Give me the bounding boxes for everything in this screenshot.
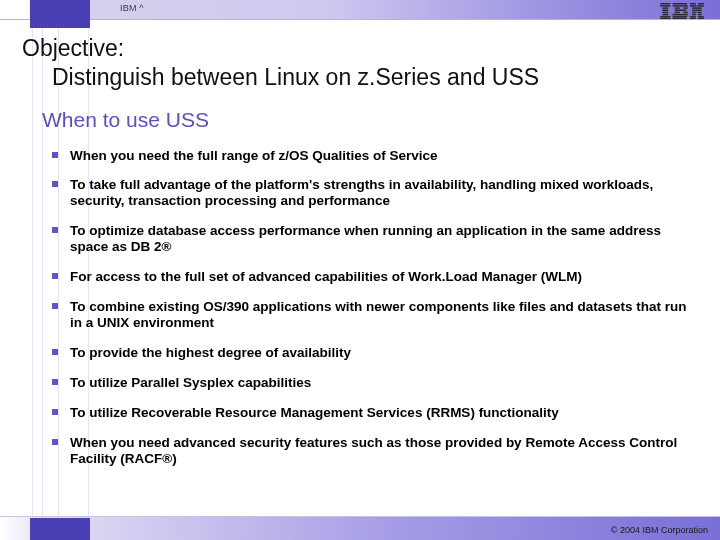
list-item: When you need the full range of z/OS Qua… <box>52 148 700 164</box>
svg-rect-11 <box>683 7 687 8</box>
list-item: To optimize database access performance … <box>52 223 700 255</box>
svg-rect-19 <box>698 3 704 4</box>
svg-rect-26 <box>698 10 702 11</box>
svg-rect-1 <box>660 5 670 6</box>
footer-bar: © 2004 IBM Corporation <box>0 516 720 540</box>
svg-rect-27 <box>692 12 696 13</box>
list-item: For access to the full set of advanced c… <box>52 269 700 285</box>
bullet-list: When you need the full range of z/OS Qua… <box>22 148 700 467</box>
svg-rect-21 <box>697 5 704 6</box>
svg-rect-20 <box>690 5 697 6</box>
svg-rect-5 <box>662 14 668 15</box>
svg-rect-28 <box>697 12 698 13</box>
svg-rect-18 <box>690 3 696 4</box>
slide: IBM ^ <box>0 0 720 540</box>
svg-rect-9 <box>673 5 688 6</box>
header-accent-block <box>30 0 90 28</box>
objective-text: Distinguish between Linux on z.Series an… <box>22 63 700 92</box>
objective-heading: Objective: Distinguish between Linux on … <box>22 34 700 92</box>
svg-rect-33 <box>698 16 704 17</box>
header-bar: IBM ^ <box>0 0 720 20</box>
list-item: To utilize Recoverable Resource Manageme… <box>52 405 700 421</box>
svg-rect-22 <box>692 7 697 8</box>
svg-rect-29 <box>698 12 702 13</box>
svg-rect-32 <box>690 16 696 17</box>
ibm-logo-icon <box>658 3 706 19</box>
svg-rect-8 <box>673 3 688 4</box>
header-product-label: IBM ^ <box>120 3 144 13</box>
svg-rect-3 <box>662 10 668 11</box>
svg-rect-14 <box>683 12 687 13</box>
list-item: When you need advanced security features… <box>52 435 700 467</box>
footer-copyright: © 2004 IBM Corporation <box>611 525 708 535</box>
svg-rect-17 <box>673 18 687 19</box>
svg-rect-30 <box>692 14 696 15</box>
svg-rect-24 <box>692 10 696 11</box>
svg-rect-23 <box>697 7 702 8</box>
svg-rect-15 <box>673 14 688 15</box>
svg-rect-4 <box>662 12 668 13</box>
svg-rect-12 <box>675 10 687 11</box>
list-item: To combine existing OS/390 applications … <box>52 299 700 331</box>
svg-rect-16 <box>673 16 688 17</box>
list-item: To provide the highest degree of availab… <box>52 345 700 361</box>
svg-rect-7 <box>660 18 670 19</box>
svg-rect-31 <box>698 14 702 15</box>
list-item: To utilize Parallel Sysplex capabilities <box>52 375 700 391</box>
slide-content: Objective: Distinguish between Linux on … <box>0 20 720 516</box>
svg-rect-0 <box>660 3 670 4</box>
svg-rect-13 <box>675 12 680 13</box>
svg-rect-34 <box>690 18 696 19</box>
footer-accent-block <box>30 518 90 540</box>
svg-rect-35 <box>698 18 704 19</box>
svg-rect-6 <box>660 16 670 17</box>
objective-label: Objective: <box>22 34 700 63</box>
list-item: To take full advantage of the platform's… <box>52 177 700 209</box>
svg-rect-2 <box>662 7 668 8</box>
svg-rect-25 <box>696 10 698 11</box>
section-title: When to use USS <box>22 108 700 132</box>
svg-rect-10 <box>675 7 680 8</box>
